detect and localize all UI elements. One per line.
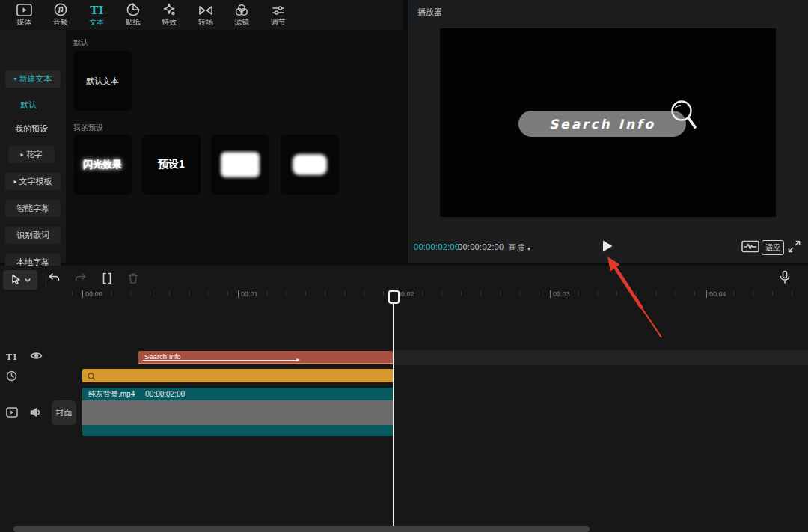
caret-right-icon: ▸ xyxy=(13,179,16,185)
tab-adjust[interactable]: 调节 xyxy=(260,0,297,30)
ruler-label: 00:04 xyxy=(706,290,726,298)
fullscreen-icon[interactable] xyxy=(788,240,801,253)
ruler-label: 00:00 xyxy=(82,290,102,298)
player-panel: 播放器 Search Info 00:00:02:00 00:00:02:00 … xyxy=(408,0,808,263)
speaker-icon[interactable] xyxy=(30,407,42,418)
clock-icon[interactable] xyxy=(6,370,17,382)
tab-label: 调节 xyxy=(271,19,286,26)
tab-label: 媒体 xyxy=(16,19,31,26)
sidebar-item-label: 文字模板 xyxy=(19,176,52,187)
tab-label: 音频 xyxy=(53,19,68,26)
sidebar-item-text-template[interactable]: ▸ 文字模板 xyxy=(5,173,61,190)
chevron-down-icon: ▾ xyxy=(527,245,530,252)
sidebar-item-lyrics-recognition[interactable]: 识别歌词 xyxy=(5,227,61,244)
glow-text-thumbnail xyxy=(293,154,327,175)
tile-preset-3[interactable] xyxy=(281,135,339,195)
animation-arrow-line xyxy=(143,360,299,361)
fit-button[interactable]: 适应 xyxy=(762,240,784,255)
tile-label: 预设1 xyxy=(158,158,185,171)
tile-label: 闪光效果 xyxy=(83,158,122,171)
sidebar-item-smart-captions[interactable]: 智能字幕 xyxy=(5,200,61,217)
magnifier-icon xyxy=(664,97,703,139)
tile-label: 默认文本 xyxy=(86,76,119,87)
video-track-icon xyxy=(6,407,18,418)
section-title-my-presets: 我的预设 xyxy=(73,123,103,133)
glow-text-thumbnail xyxy=(222,153,258,176)
text-track-icon: TI xyxy=(6,352,17,362)
effect-icon xyxy=(87,372,95,380)
tab-label: 文本 xyxy=(89,19,104,26)
redo-button[interactable] xyxy=(74,272,88,284)
sidebar-item-fancy-text[interactable]: ▸ 花字 xyxy=(8,146,55,163)
video-clip-header: 纯灰背景.mp4 00:00:02:00 xyxy=(82,388,394,400)
tab-media[interactable]: 媒体 xyxy=(6,0,43,30)
timeline-toolbar xyxy=(0,266,808,290)
sidebar-item-new-text[interactable]: ▾ 新建文本 xyxy=(5,70,61,88)
tab-transition[interactable]: 转场 xyxy=(188,0,224,30)
effect-clip[interactable] xyxy=(82,369,394,382)
caret-down-icon: ▾ xyxy=(13,76,16,82)
text-library: 默认 默认文本 我的预设 闪光效果 预设1 xyxy=(66,30,403,263)
video-clip[interactable]: 纯灰背景.mp4 00:00:02:00 xyxy=(82,388,394,436)
select-tool-button[interactable] xyxy=(3,270,37,290)
tile-preset-flash-effect[interactable]: 闪光效果 xyxy=(73,135,132,195)
delete-button[interactable] xyxy=(127,272,139,284)
tile-preset-1[interactable]: 预设1 xyxy=(142,135,201,195)
quality-dropdown[interactable]: 画质 ▾ xyxy=(508,242,530,254)
tile-default-text[interactable]: 默认文本 xyxy=(73,51,132,111)
sidebar-item-label: 智能字幕 xyxy=(16,203,49,214)
filter-icon xyxy=(235,4,248,16)
tab-sticker[interactable]: 贴纸 xyxy=(115,0,152,30)
tab-effects[interactable]: 特效 xyxy=(151,0,188,30)
text-clip-search-info[interactable]: Search Info xyxy=(138,351,394,364)
play-button[interactable] xyxy=(602,239,613,253)
section-title-default: 默认 xyxy=(73,37,88,48)
total-time: 00:00:02:00 xyxy=(458,242,504,251)
sidebar-item-label: 新建文本 xyxy=(19,73,52,85)
sidebar-item-label: 识别歌词 xyxy=(16,230,49,241)
tab-label: 转场 xyxy=(198,19,213,26)
undo-button[interactable] xyxy=(47,272,61,284)
timeline-ruler[interactable] xyxy=(72,291,808,296)
tab-label: 滤镜 xyxy=(234,19,249,26)
quality-label: 画质 xyxy=(508,243,525,252)
app-window: 媒体 音频 TI 文本 贴纸 特效 xyxy=(0,0,808,532)
sidebar-item-default[interactable]: 默认 xyxy=(20,100,37,111)
transition-icon xyxy=(198,4,213,16)
playhead-line xyxy=(393,300,394,526)
video-clip-name: 纯灰背景.mp4 xyxy=(88,389,135,400)
cursor-icon xyxy=(10,274,21,286)
audio-icon xyxy=(54,4,67,16)
timeline-panel: 00:00 00:01 00:02 00:03 00:04 TI 封面 Sear… xyxy=(0,266,808,532)
search-info-text-overlay[interactable]: Search Info xyxy=(518,111,686,137)
ruler-label: 00:03 xyxy=(550,290,570,298)
split-button[interactable] xyxy=(101,272,113,284)
sidebar-item-my-presets[interactable]: 我的预设 xyxy=(15,123,48,135)
current-time: 00:00:02:00 xyxy=(414,242,459,251)
toolbar-divider xyxy=(43,274,43,287)
sidebar-item-label: 花字 xyxy=(26,149,43,160)
tab-filter[interactable]: 滤镜 xyxy=(224,0,260,30)
playhead-handle[interactable] xyxy=(388,290,400,304)
asset-panel: 媒体 音频 TI 文本 贴纸 特效 xyxy=(0,0,403,263)
adjust-icon xyxy=(272,4,285,16)
caret-right-icon: ▸ xyxy=(20,152,23,158)
ruler-label: 00:01 xyxy=(238,290,258,298)
sticker-icon xyxy=(126,4,140,16)
tile-preset-2[interactable] xyxy=(211,135,269,195)
eye-icon[interactable] xyxy=(30,351,43,361)
microphone-icon[interactable] xyxy=(778,270,792,284)
horizontal-scrollbar[interactable] xyxy=(13,526,590,532)
waveform-monitor-icon[interactable] xyxy=(741,240,759,253)
top-toolbar: 媒体 音频 TI 文本 贴纸 特效 xyxy=(0,0,403,30)
tab-text[interactable]: TI 文本 xyxy=(79,0,115,30)
video-clip-filmstrip xyxy=(82,400,394,425)
video-preview: Search Info xyxy=(440,28,776,217)
media-icon xyxy=(16,4,32,16)
video-clip-duration: 00:00:02:00 xyxy=(145,390,185,398)
tab-audio[interactable]: 音频 xyxy=(43,0,79,30)
chevron-down-icon xyxy=(25,278,31,282)
effects-icon xyxy=(162,4,176,16)
overlay-text: Search Info xyxy=(549,117,655,132)
cover-button[interactable]: 封面 xyxy=(52,400,76,425)
